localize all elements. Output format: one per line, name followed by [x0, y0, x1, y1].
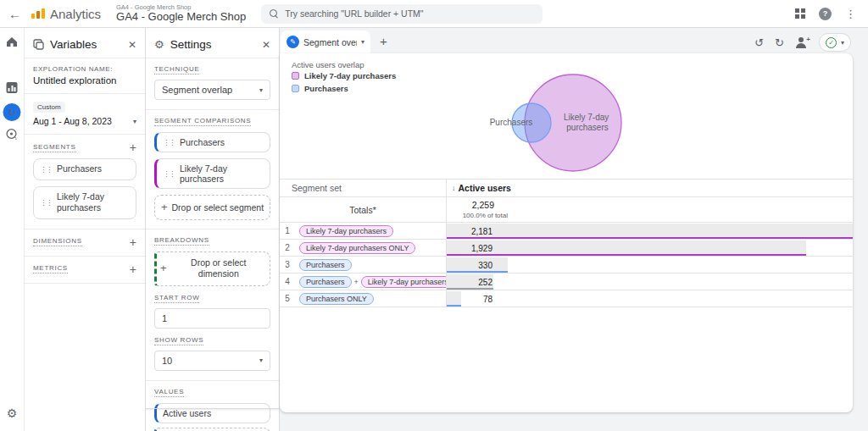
tab-strip: ✎ Segment overl... ▾ + ↺ ↻ + ✓ ▾ [280, 28, 868, 53]
segment-card-label: Likely 7-day purchasers [57, 191, 130, 214]
ga4-analytics-app: ← Analytics GA4 - Google Merch Shop GA4 … [0, 0, 868, 431]
segment-cell: Likely 7-day purchasers ONLY [295, 242, 446, 254]
segments-label: SEGMENTS [33, 143, 76, 152]
date-range-text: Aug 1 - Aug 8, 2023 [33, 116, 112, 126]
segment-cell: Purchasers ONLY [295, 293, 446, 305]
plus-icon: + [806, 36, 810, 43]
overflow-menu-icon[interactable]: ⋮ [845, 8, 856, 20]
back-icon[interactable]: ← [8, 7, 21, 21]
segment-comparisons-list: ⋮⋮Purchasers⋮⋮Likely 7-day purchasers [154, 132, 270, 189]
apps-grid-icon[interactable] [795, 8, 805, 19]
drop-segment-zone[interactable]: + Drop or select segment [154, 195, 270, 220]
active-users-bar [447, 240, 806, 256]
table-row[interactable]: 1Likely 7-day purchasers2,181 [280, 222, 853, 239]
plus-icon: + [160, 262, 167, 275]
segment-chip[interactable]: Likely 7-day purchasers ONLY [299, 242, 415, 254]
help-icon[interactable]: ? [819, 8, 832, 20]
export-status-button[interactable]: ✓ ▾ [819, 33, 851, 52]
row-number: 1 [280, 226, 295, 235]
segment-chip[interactable]: Likely 7-day purchasers [361, 276, 446, 288]
technique-select[interactable]: Segment overlap ▾ [154, 80, 270, 100]
legend-label: Likely 7-day purchasers [304, 71, 396, 80]
check-circle-icon: ✓ [826, 37, 837, 48]
table-row[interactable]: 4Purchasers+Likely 7-day purchasers252 [280, 273, 853, 290]
start-row-input[interactable]: 1 [154, 308, 270, 329]
variables-segment-card[interactable]: ⋮⋮Likely 7-day purchasers [33, 186, 136, 219]
variables-panel-title: Variables [50, 38, 122, 51]
segment-chip[interactable]: Likely 7-day purchasers [299, 225, 393, 237]
explore-icon-active[interactable]: ↻ [3, 103, 21, 121]
active-users-value: 330 [447, 260, 492, 269]
left-nav-rail: ↻ ⚙ [0, 28, 25, 431]
comparison-segment-card[interactable]: ⋮⋮Purchasers [154, 132, 270, 152]
row-number: 4 [280, 277, 295, 286]
legend-item: Purchasers [292, 84, 396, 93]
share-user-icon[interactable]: + [795, 37, 808, 48]
legend-swatch [292, 85, 299, 92]
totals-row: Totals* 2,259 100.0% of total [280, 196, 853, 222]
venn-title: Active users overlap [292, 60, 364, 69]
settings-panel-title: Settings [170, 38, 256, 51]
property-switcher[interactable]: GA4 - Google Merch Shop GA4 - Google Mer… [116, 4, 246, 24]
values-list: Active users [154, 403, 270, 423]
segment-chip[interactable]: Purchasers [299, 276, 352, 288]
drag-handle-icon[interactable]: ⋮⋮ [163, 139, 175, 146]
add-metric-icon[interactable]: + [130, 264, 136, 274]
comparison-segment-card[interactable]: ⋮⋮Likely 7-day purchasers [154, 158, 270, 189]
tab-label: Segment overl... [303, 37, 357, 47]
date-range-selector[interactable]: Aug 1 - Aug 8, 2023 ▾ [33, 116, 136, 126]
legend-swatch [292, 72, 299, 80]
search-bar[interactable] [261, 4, 542, 24]
analytics-logo-text: Analytics [50, 7, 101, 21]
show-rows-select[interactable]: 10 ▾ [154, 351, 270, 371]
analytics-logo-icon[interactable] [31, 8, 45, 19]
breakdowns-label: BREAKDOWNS [154, 236, 209, 246]
table-row[interactable]: 2Likely 7-day purchasers ONLY1,929 [280, 239, 853, 256]
chevron-down-icon: ▾ [361, 38, 364, 46]
active-users-value: 252 [447, 277, 492, 286]
chevron-down-icon: ▾ [259, 356, 263, 364]
date-type-badge: Custom [33, 102, 65, 113]
close-settings-icon[interactable]: ✕ [262, 39, 270, 51]
active-users-cell: 2,181 [446, 223, 853, 239]
table-row[interactable]: 3Purchasers330 [280, 256, 853, 273]
chevron-down-icon: ▾ [841, 39, 844, 47]
value-metric-card[interactable]: Active users [154, 403, 270, 423]
chevron-down-icon: ▾ [133, 118, 136, 125]
redo-icon[interactable]: ↻ [775, 36, 784, 49]
add-dimension-icon[interactable]: + [130, 237, 136, 247]
active-users-bar [447, 224, 853, 239]
exploration-canvas: ✎ Segment overl... ▾ + ↺ ↻ + ✓ ▾ Active … [280, 28, 868, 431]
search-icon [270, 9, 278, 18]
active-users-value: 1,929 [447, 243, 492, 252]
pencil-icon: ✎ [287, 36, 299, 48]
comparison-card-label: Purchasers [180, 137, 225, 147]
drop-dimension-zone[interactable]: + Drop or select dimension [154, 251, 270, 285]
top-app-bar: ← Analytics GA4 - Google Merch Shop GA4 … [0, 0, 868, 28]
venn-diagram[interactable]: Purchasers Likely 7-day purchasers [470, 53, 708, 179]
drag-handle-icon[interactable]: ⋮⋮ [40, 166, 52, 173]
table-row[interactable]: 5Purchasers ONLY78 [280, 290, 853, 307]
home-icon[interactable] [6, 36, 18, 47]
active-users-cell: 252 [446, 274, 853, 290]
exploration-name-value[interactable]: Untitled exploration [33, 75, 136, 86]
tab-segment-overlap[interactable]: ✎ Segment overl... ▾ [281, 30, 370, 53]
drag-handle-icon[interactable]: ⋮⋮ [163, 170, 175, 177]
admin-gear-icon[interactable]: ⚙ [7, 406, 18, 420]
drag-handle-icon[interactable]: ⋮⋮ [40, 199, 52, 206]
col-active-users[interactable]: ↓ Active users [446, 180, 853, 196]
undo-icon[interactable]: ↺ [754, 36, 764, 49]
close-variables-icon[interactable]: ✕ [128, 39, 136, 51]
segment-chip[interactable]: Purchasers ONLY [299, 293, 374, 305]
start-row-label: START ROW [154, 294, 199, 303]
search-input[interactable] [285, 8, 534, 19]
advertising-icon[interactable] [6, 128, 19, 141]
new-tab-icon[interactable]: + [380, 34, 387, 48]
drop-metric-zone[interactable]: + Drop or select metric [154, 428, 270, 431]
segment-chip[interactable]: Purchasers [299, 259, 352, 271]
totals-value-cell: 2,259 100.0% of total [446, 197, 853, 222]
variables-segment-card[interactable]: ⋮⋮Purchasers [33, 158, 136, 180]
reports-icon[interactable] [7, 82, 18, 93]
add-segment-icon[interactable]: + [130, 142, 136, 152]
visualization-card: Active users overlap Likely 7-day purcha… [280, 53, 853, 412]
